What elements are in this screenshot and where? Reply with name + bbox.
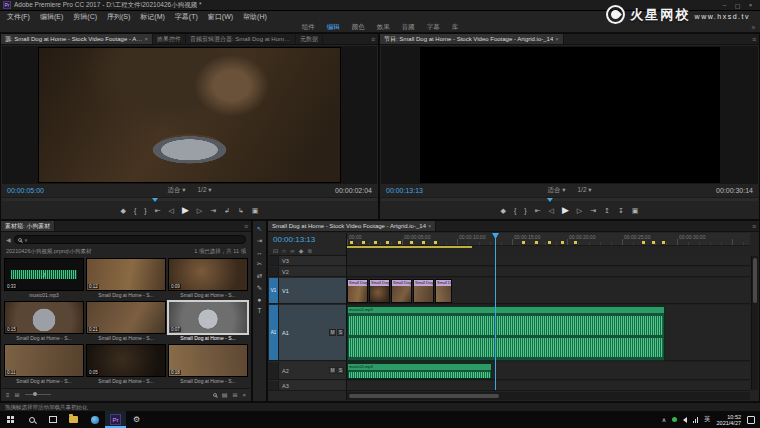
track-header-a2[interactable]: A2MS	[269, 362, 346, 380]
program-resolution-select[interactable]: 1/2 ▾	[577, 186, 591, 193]
horizontal-scrollbar[interactable]	[347, 392, 750, 400]
menu-item-sequence[interactable]: 序列(S)	[102, 12, 135, 22]
workspace-tab-libraries[interactable]: 库	[447, 23, 464, 32]
razor-tool[interactable]: ✂	[257, 260, 262, 268]
vertical-scrollbar[interactable]	[751, 256, 758, 390]
notification-center-icon[interactable]	[747, 416, 755, 424]
sequence-marker[interactable]	[535, 241, 538, 244]
lane-a3[interactable]	[347, 381, 750, 391]
program-scrub-bar[interactable]	[381, 197, 758, 201]
menu-item-clip[interactable]: 剪辑(C)	[68, 12, 102, 22]
project-item[interactable]: 0:18 Small Dog at Home - S...	[168, 344, 248, 385]
project-item-selected[interactable]: 0:07 Small Dog at Home - S...	[168, 301, 248, 342]
project-item[interactable]: 0:15 Small Dog at Home - S...	[4, 301, 84, 342]
breadcrumb[interactable]: 20210426小狗视频.prproj\小狗素材	[6, 248, 92, 255]
antivirus-tray-icon[interactable]	[672, 417, 677, 422]
pen-tool[interactable]: ✎	[257, 284, 262, 292]
volume-icon[interactable]	[683, 417, 687, 423]
sequence-marker[interactable]	[561, 241, 564, 244]
mute-button[interactable]: M	[329, 329, 336, 336]
settings-button[interactable]: ⚙	[126, 411, 147, 428]
tray-expand-icon[interactable]: ∧	[662, 416, 666, 423]
step-back-button[interactable]: ◁	[169, 203, 174, 218]
step-forward-button[interactable]: ▷	[197, 203, 202, 218]
program-video-area[interactable]	[381, 46, 758, 184]
taskbar-clock[interactable]: 10:522021/4/27	[717, 414, 741, 426]
source-patch-v2[interactable]	[269, 267, 279, 276]
go-to-out-button[interactable]: ⇥	[590, 203, 596, 218]
workspace-overflow-icon[interactable]: »	[751, 24, 755, 31]
add-marker-button[interactable]: ◆	[501, 203, 506, 218]
sequence-marker[interactable]	[548, 241, 551, 244]
tab-metadata[interactable]: 元数据	[296, 34, 323, 44]
taskbar-search-button[interactable]	[21, 411, 42, 428]
sequence-marker[interactable]	[422, 241, 425, 244]
sequence-marker[interactable]	[574, 241, 577, 244]
export-frame-button[interactable]: ▣	[252, 203, 259, 218]
task-view-button[interactable]	[42, 411, 63, 428]
timeline-clip-video[interactable]: Small Dog at Home - Stock Video Footage …	[413, 279, 434, 303]
track-header-v1[interactable]: V1V1	[269, 278, 346, 304]
sequence-marker[interactable]	[374, 241, 377, 244]
mark-out-button[interactable]: }	[144, 203, 146, 218]
program-video-preview[interactable]	[420, 47, 720, 183]
workspace-tab-audio[interactable]: 音频	[397, 23, 420, 32]
go-to-in-button[interactable]: ⇤	[535, 203, 541, 218]
menu-item-edit[interactable]: 编辑(E)	[35, 12, 68, 22]
mute-button[interactable]: M	[329, 367, 336, 374]
sequence-marker[interactable]	[350, 241, 353, 244]
play-button[interactable]: ▶	[562, 203, 569, 218]
sequence-marker[interactable]	[642, 241, 645, 244]
close-icon[interactable]: ×	[144, 36, 148, 42]
list-view-button[interactable]: ≡	[6, 392, 10, 398]
source-video-preview[interactable]	[38, 47, 341, 183]
new-bin-button[interactable]: ▤	[222, 391, 228, 398]
menu-item-file[interactable]: 文件(F)	[2, 12, 35, 22]
lift-button[interactable]: ↥	[604, 203, 610, 218]
timeline-clip-video[interactable]: Small Dog at Home - Stock Video Footage …	[347, 279, 368, 303]
program-scrub-playhead[interactable]	[547, 198, 553, 202]
sequence-marker[interactable]	[386, 241, 389, 244]
time-ruler[interactable]: 00:00 00:00:05:00 00:00:10:00 00:00:15:0…	[347, 233, 750, 246]
sequence-marker[interactable]	[398, 241, 401, 244]
ime-indicator[interactable]: 英	[704, 415, 711, 424]
zoom-slider[interactable]	[25, 394, 51, 395]
solo-button[interactable]: S	[337, 367, 344, 374]
track-header-v2[interactable]: V2	[269, 267, 346, 277]
workspace-tab-effects[interactable]: 效果	[372, 23, 395, 32]
play-button[interactable]: ▶	[182, 203, 189, 218]
selection-tool[interactable]: ↖	[257, 225, 262, 233]
ripple-edit-tool[interactable]: ↔	[256, 249, 263, 256]
source-patch-a1[interactable]: A1	[269, 305, 279, 360]
find-button[interactable]	[213, 393, 217, 397]
panel-menu-icon[interactable]: ≡	[749, 34, 759, 44]
project-item[interactable]: 0:09 Small Dog at Home - S...	[168, 258, 248, 299]
source-patch-a2[interactable]	[269, 362, 279, 379]
track-header-a3[interactable]: A3	[269, 381, 346, 391]
mark-in-button[interactable]: {	[134, 203, 136, 218]
timeline-clip-audio[interactable]: music01.mp3	[347, 306, 665, 361]
project-item[interactable]: 0:11 Small Dog at Home - S...	[4, 344, 84, 385]
project-item[interactable]: 0:12 Small Dog at Home - S...	[86, 258, 166, 299]
new-item-button[interactable]: ⊞	[232, 391, 237, 398]
insert-button[interactable]: ↲	[224, 203, 230, 218]
tab-sequence[interactable]: Small Dog at Home - Stock Video Footage …	[268, 221, 436, 231]
timeline-clip-audio[interactable]: music01.mp3	[347, 363, 492, 379]
slip-tool[interactable]: ⇄	[257, 272, 262, 280]
timeline-settings-icon[interactable]: ≋	[307, 247, 312, 254]
navigate-up-icon[interactable]: ◀	[6, 236, 11, 243]
track-header-v3[interactable]: V3	[269, 256, 346, 266]
timeline-clip-video[interactable]: Small Dog at Home - Stock Video Footage …	[391, 279, 412, 303]
menu-item-titles[interactable]: 字幕(T)	[170, 12, 203, 22]
lane-v3[interactable]	[347, 256, 750, 266]
menu-item-window[interactable]: 窗口(W)	[203, 12, 238, 22]
track-header-a1[interactable]: A1A1MS	[269, 305, 346, 361]
hand-tool[interactable]: ●	[258, 296, 262, 303]
close-icon[interactable]: ×	[555, 36, 559, 42]
step-forward-button[interactable]: ▷	[577, 203, 582, 218]
mark-out-button[interactable]: }	[524, 203, 526, 218]
icon-view-button[interactable]: ⊞	[15, 391, 20, 398]
project-item-audio[interactable]: ♪0:33 music01.mp3	[4, 258, 84, 299]
overwrite-button[interactable]: ↳	[238, 203, 244, 218]
program-zoom-select[interactable]: 适合 ▾	[547, 186, 565, 193]
